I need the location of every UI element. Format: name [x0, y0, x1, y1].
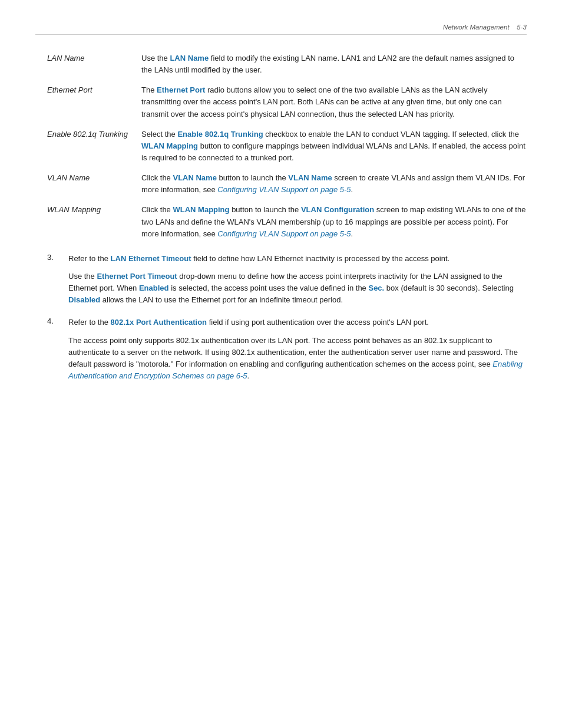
term-ethernet-port-bold: Ethernet Port — [157, 85, 205, 94]
def-term-enable-8021q: Enable 802.1q Trunking — [47, 129, 141, 140]
numbered-content-4: Refer to the 802.1x Port Authentication … — [68, 317, 527, 328]
def-desc-wlan-mapping: Click the WLAN Mapping button to launch … — [141, 204, 527, 239]
link-auth-encryption[interactable]: Enabling Authentication and Encryption S… — [68, 360, 523, 380]
term-lan-ethernet-timeout: LAN Ethernet Timeout — [111, 254, 191, 263]
number-3: 3. — [47, 253, 68, 262]
term-wlan-mapping-bold: WLAN Mapping — [141, 141, 198, 150]
link-vlan-support-2[interactable]: Configuring VLAN Support on page 5-5 — [217, 229, 351, 238]
numbered-content-3: Refer to the LAN Ethernet Timeout field … — [68, 253, 527, 265]
term-enabled: Enabled — [139, 284, 169, 292]
def-desc-ethernet-port: The Ethernet Port radio buttons allow yo… — [141, 84, 527, 120]
def-desc-enable-8021q: Select the Enable 802.1q Trunking checkb… — [141, 129, 527, 164]
numbered-item-3: 3. Refer to the LAN Ethernet Timeout fie… — [47, 253, 527, 265]
page-header: Network Management 5-3 — [35, 24, 527, 35]
term-vlan-name-bold: VLAN Name — [173, 173, 216, 182]
def-row-lan-name: LAN Name Use the LAN Name field to modif… — [47, 52, 527, 76]
definition-table: LAN Name Use the LAN Name field to modif… — [47, 52, 527, 240]
def-row-enable-8021q: Enable 802.1q Trunking Select the Enable… — [47, 129, 527, 164]
def-row-vlan-name: VLAN Name Click the VLAN Name button to … — [47, 172, 527, 196]
link-vlan-support-1[interactable]: Configuring VLAN Support on page 5-5 — [217, 185, 351, 194]
term-lan-name-bold: LAN Name — [170, 54, 209, 62]
numbered-section-4: 4. Refer to the 802.1x Port Authenticati… — [47, 317, 527, 382]
def-term-vlan-name: VLAN Name — [47, 172, 141, 184]
term-vlan-name-bold2: VLAN Name — [288, 173, 332, 182]
content-area: LAN Name Use the LAN Name field to modif… — [35, 52, 527, 382]
term-ethernet-port-timeout: Ethernet Port Timeout — [97, 272, 177, 281]
term-enable-trunking-bold: Enable 802.1q Trunking — [177, 130, 263, 139]
term-wlan-mapping-bold2: WLAN Mapping — [173, 205, 229, 214]
def-term-lan-name: LAN Name — [47, 52, 141, 64]
header-text: Network Management 5-3 — [443, 24, 527, 31]
def-desc-lan-name: Use the LAN Name field to modify the exi… — [141, 52, 527, 76]
numbered-4-main: Refer to the 802.1x Port Authentication … — [68, 317, 527, 328]
page-container: Network Management 5-3 LAN Name Use the … — [0, 0, 562, 728]
term-sec: Sec. — [368, 284, 384, 292]
number-4: 4. — [47, 317, 68, 325]
numbered-item-4: 4. Refer to the 802.1x Port Authenticati… — [47, 317, 527, 328]
def-desc-vlan-name: Click the VLAN Name button to launch the… — [141, 172, 527, 196]
def-term-ethernet-port: Ethernet Port — [47, 84, 141, 96]
term-disabled: Disabled — [68, 295, 100, 304]
def-term-wlan-mapping: WLAN Mapping — [47, 204, 141, 216]
def-row-ethernet-port: Ethernet Port The Ethernet Port radio bu… — [47, 84, 527, 120]
numbered-3-main: Refer to the LAN Ethernet Timeout field … — [68, 253, 527, 265]
def-row-wlan-mapping: WLAN Mapping Click the WLAN Mapping butt… — [47, 204, 527, 239]
term-vlan-config-bold: VLAN Configuration — [301, 205, 374, 214]
numbered-4-continuation: The access point only supports 802.1x au… — [68, 335, 527, 383]
numbered-3-continuation: Use the Ethernet Port Timeout drop-down … — [68, 271, 527, 306]
numbered-section-3: 3. Refer to the LAN Ethernet Timeout fie… — [47, 253, 527, 307]
term-8021x-port-auth: 802.1x Port Authentication — [111, 318, 207, 327]
